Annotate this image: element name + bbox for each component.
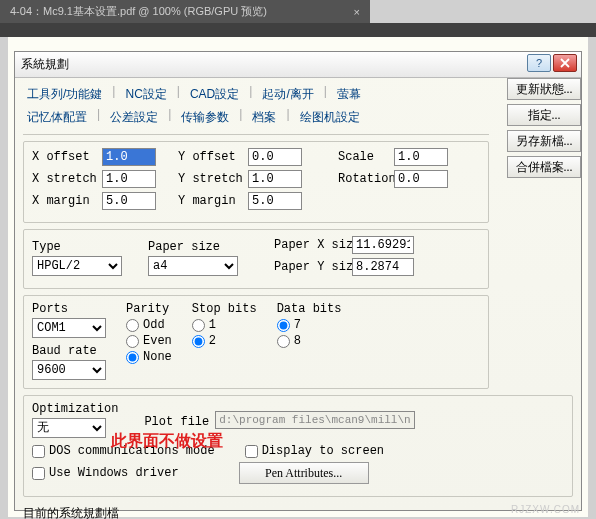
baud-label: Baud rate [32, 344, 106, 358]
tab-cad[interactable]: CAD設定 [186, 84, 243, 105]
data-7-radio[interactable]: 7 [277, 318, 342, 332]
assign-button[interactable]: 指定... [507, 104, 581, 126]
red-note: 此界面不做设置 [111, 431, 223, 452]
rotation-input[interactable] [394, 170, 448, 188]
comm-section: Ports COM1 Baud rate 9600 Parity Odd Eve… [23, 295, 489, 389]
offsets-section: X offset Y offset Scale X stretch Y stre… [23, 141, 489, 223]
tab-startstop[interactable]: 起动/离开 [258, 84, 317, 105]
stop-bits-label: Stop bits [192, 302, 257, 316]
scale-label: Scale [338, 150, 388, 164]
optimization-label: Optimization [32, 402, 118, 416]
help-button[interactable]: ? [527, 54, 551, 72]
data-8-radio[interactable]: 8 [277, 334, 342, 348]
paper-x-input[interactable] [352, 236, 414, 254]
scale-input[interactable] [394, 148, 448, 166]
stop-2-radio[interactable]: 2 [192, 334, 257, 348]
tab-screen[interactable]: 萤幕 [333, 84, 365, 105]
tab-transfer[interactable]: 传输参数 [177, 107, 233, 128]
close-button[interactable] [553, 54, 577, 72]
port-select[interactable]: COM1 [32, 318, 106, 338]
close-icon[interactable]: × [354, 6, 360, 18]
paper-y-input[interactable] [352, 258, 414, 276]
tab-tolerance[interactable]: 公差設定 [106, 107, 162, 128]
dialog-window: 系統規劃 ? 更新狀態... 指定... 另存新檔... 合併檔案... 工具列… [14, 51, 582, 511]
plot-file-input[interactable] [215, 411, 415, 429]
tab-nc[interactable]: NC設定 [121, 84, 170, 105]
plot-file-label: Plot file [144, 415, 209, 429]
parity-label: Parity [126, 302, 172, 316]
tabs-area: 工具列/功能鍵| NC設定| CAD設定| 起动/离开| 萤幕 记忆体配置| 公… [23, 84, 489, 135]
y-margin-input[interactable] [248, 192, 302, 210]
page-background: 系統規劃 ? 更新狀態... 指定... 另存新檔... 合併檔案... 工具列… [8, 37, 588, 517]
y-stretch-input[interactable] [248, 170, 302, 188]
tab-title: 4-04：Mc9.1基本设置.pdf @ 100% (RGB/GPU 预览) [10, 4, 267, 19]
tab-file[interactable]: 档案 [248, 107, 280, 128]
dialog-titlebar: 系統規劃 ? [15, 52, 581, 78]
y-offset-label: Y offset [178, 150, 242, 164]
type-label: Type [32, 240, 122, 254]
tab-memory[interactable]: 记忆体配置 [23, 107, 91, 128]
display-screen-checkbox[interactable]: Display to screen [245, 444, 384, 458]
merge-file-button[interactable]: 合併檔案... [507, 156, 581, 178]
x-stretch-input[interactable] [102, 170, 156, 188]
paper-y-label: Paper Y size [274, 260, 346, 274]
tab-toolbar[interactable]: 工具列/功能鍵 [23, 84, 106, 105]
ports-label: Ports [32, 302, 106, 316]
bottom-area: 目前的系统規劃檔 MILL9M CFG (公制) O 确定 C 取消 H 帮助 [23, 505, 573, 519]
rotation-label: Rotation [338, 172, 388, 186]
current-config-label: 目前的系统規劃檔 [23, 505, 119, 519]
dialog-title: 系統規劃 [21, 56, 69, 73]
baud-select[interactable]: 9600 [32, 360, 106, 380]
x-margin-label: X margin [32, 194, 96, 208]
x-margin-input[interactable] [102, 192, 156, 210]
type-select[interactable]: HPGL/2 [32, 256, 122, 276]
tab-plotter[interactable]: 绘图机設定 [296, 107, 364, 128]
y-offset-input[interactable] [248, 148, 302, 166]
save-as-button[interactable]: 另存新檔... [507, 130, 581, 152]
paper-size-select[interactable]: a4 [148, 256, 238, 276]
pen-attributes-button[interactable]: Pen Attributes... [239, 462, 369, 484]
stop-1-radio[interactable]: 1 [192, 318, 257, 332]
parity-none-radio[interactable]: None [126, 350, 172, 364]
paper-size-label: Paper size [148, 240, 238, 254]
photoshop-tab: 4-04：Mc9.1基本设置.pdf @ 100% (RGB/GPU 预览) × [0, 0, 370, 23]
x-offset-label: X offset [32, 150, 96, 164]
data-bits-label: Data bits [277, 302, 342, 316]
x-offset-input[interactable] [102, 148, 156, 166]
watermark: RJZXW.COM [511, 504, 580, 515]
y-margin-label: Y margin [178, 194, 242, 208]
parity-odd-radio[interactable]: Odd [126, 318, 172, 332]
paper-section: Type HPGL/2 Paper size a4 Paper X size P… [23, 229, 489, 289]
x-stretch-label: X stretch [32, 172, 96, 186]
optimization-select[interactable]: 无 [32, 418, 106, 438]
parity-even-radio[interactable]: Even [126, 334, 172, 348]
y-stretch-label: Y stretch [178, 172, 242, 186]
paper-x-label: Paper X size [274, 238, 346, 252]
optimization-section: Optimization 无 Plot file DOS communicati… [23, 395, 573, 497]
update-status-button[interactable]: 更新狀態... [507, 78, 581, 100]
windows-driver-checkbox[interactable]: Use Windows driver [32, 466, 179, 480]
